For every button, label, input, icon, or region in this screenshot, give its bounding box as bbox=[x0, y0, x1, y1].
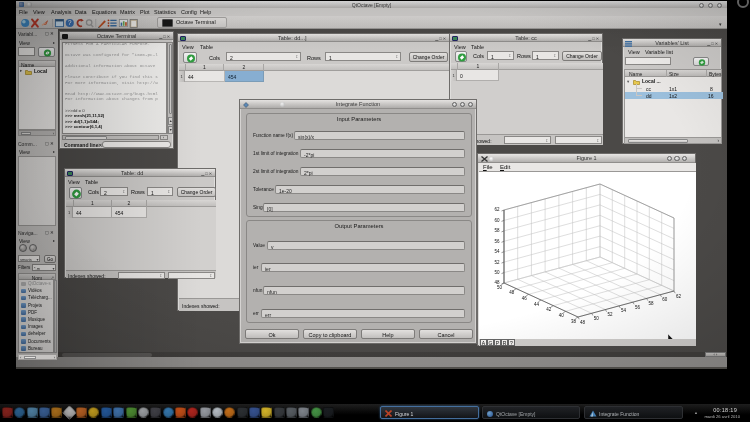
svg-text:62: 62 bbox=[676, 294, 682, 299]
svg-text:52: 52 bbox=[494, 260, 500, 265]
svg-text:62: 62 bbox=[494, 207, 500, 212]
svg-text:54: 54 bbox=[621, 308, 627, 313]
svg-text:56: 56 bbox=[494, 239, 500, 244]
svg-text:42: 42 bbox=[546, 307, 552, 312]
svg-text:56: 56 bbox=[635, 305, 641, 310]
svg-text:48: 48 bbox=[509, 290, 515, 295]
svg-text:58: 58 bbox=[649, 301, 655, 306]
svg-text:58: 58 bbox=[494, 228, 500, 233]
svg-text:46: 46 bbox=[522, 296, 528, 301]
svg-text:50: 50 bbox=[494, 270, 500, 275]
svg-text:40: 40 bbox=[559, 313, 565, 318]
svg-text:38: 38 bbox=[571, 319, 577, 324]
svg-text:54: 54 bbox=[494, 249, 500, 254]
svg-text:60: 60 bbox=[494, 218, 500, 223]
svg-text:?: ? bbox=[68, 19, 72, 26]
svg-text:50: 50 bbox=[497, 285, 503, 290]
svg-text:52: 52 bbox=[607, 312, 613, 317]
svg-text:44: 44 bbox=[534, 302, 540, 307]
svg-text:48: 48 bbox=[580, 320, 586, 325]
svg-text:50: 50 bbox=[594, 316, 600, 321]
svg-text:60: 60 bbox=[662, 297, 668, 302]
